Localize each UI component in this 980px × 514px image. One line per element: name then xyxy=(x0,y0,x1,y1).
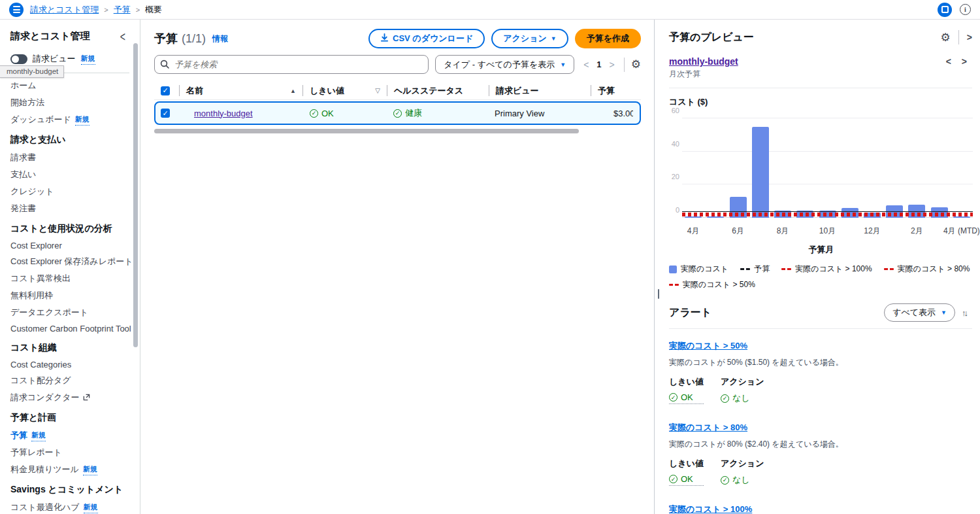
new-badge[interactable]: 新規 xyxy=(31,430,46,441)
sidebar-item-Cost Explorer[interactable]: Cost Explorer xyxy=(0,238,140,253)
sidebar-scrollbar[interactable] xyxy=(133,43,138,347)
sidebar-item-label: 料金見積りツール xyxy=(10,464,79,475)
sidebar-item-データエクスポート[interactable]: データエクスポート xyxy=(0,304,140,321)
info-icon[interactable]: i xyxy=(960,4,971,15)
panel-settings-gear-icon[interactable]: ⚙ xyxy=(941,32,951,43)
sidebar-item-発注書[interactable]: 発注書 xyxy=(0,200,140,217)
alert-link[interactable]: 実際のコスト > 50% xyxy=(669,340,747,352)
legend-item[interactable]: 実際のコスト xyxy=(669,264,728,275)
actions-button[interactable]: アクション▼ xyxy=(491,29,568,48)
column-header-billing-view[interactable]: 請求ビュー xyxy=(496,85,539,97)
sidebar-item-label: クレジット xyxy=(10,186,54,197)
x-tick-label: 6月 xyxy=(732,226,744,237)
legend-item[interactable]: 実際のコスト > 100% xyxy=(781,264,872,275)
chevron-down-icon: ▼ xyxy=(941,309,947,316)
legend-label: 予算 xyxy=(754,264,770,275)
sidebar-item-無料利用枠[interactable]: 無料利用枠 xyxy=(0,287,140,304)
sidebar-item-開始方法[interactable]: 開始方法 xyxy=(0,94,140,111)
csv-download-button[interactable]: CSV のダウンロード xyxy=(368,29,485,48)
new-badge[interactable]: 新規 xyxy=(75,114,90,126)
page-number[interactable]: 1 xyxy=(596,60,601,69)
threshold-status[interactable]: ✓OK xyxy=(669,392,704,404)
sidebar-item-コスト異常検出[interactable]: コスト異常検出 xyxy=(0,270,140,287)
new-badge[interactable]: 新規 xyxy=(83,464,97,475)
sidebar-item-クレジット[interactable]: クレジット xyxy=(0,183,140,200)
action-label: アクション xyxy=(721,458,764,470)
sidebar-item-予算[interactable]: 予算新規 xyxy=(0,427,140,444)
legend-swatch-dash xyxy=(669,284,679,286)
next-page-icon[interactable]: > xyxy=(610,60,615,70)
check-circle-icon: ✓ xyxy=(669,393,678,402)
panel-resize-handle[interactable] xyxy=(658,289,659,299)
table-settings-gear-icon[interactable]: ⚙ xyxy=(631,59,641,70)
sidebar-item-label: 発注書 xyxy=(10,203,36,214)
sidebar-item-コスト配分タグ[interactable]: コスト配分タグ xyxy=(0,372,140,389)
previous-budget-icon[interactable]: < xyxy=(946,56,951,67)
chart-bar-4月 (MTD)[interactable] xyxy=(953,216,970,218)
budget-name-link[interactable]: monthly-budget xyxy=(669,56,738,67)
split-panel-toggle-icon[interactable] xyxy=(938,3,952,17)
sidebar-item-コスト最適化ハブ[interactable]: コスト最適化ハブ新規 xyxy=(0,499,140,514)
sidebar-item-Customer Carbon Footprint Tool[interactable]: Customer Carbon Footprint Tool xyxy=(0,321,140,336)
panel-close-chevron-icon[interactable]: > xyxy=(967,32,972,43)
sidebar-item-ホーム[interactable]: ホーム xyxy=(0,77,140,94)
new-badge[interactable]: 新規 xyxy=(84,502,98,513)
sidebar-item-Cost Categories[interactable]: Cost Categories xyxy=(0,357,140,372)
select-all-checkbox[interactable]: ✓ xyxy=(161,86,170,95)
budget-name-link[interactable]: monthly-budget xyxy=(194,109,253,118)
divider xyxy=(669,328,972,329)
horizontal-scrollbar[interactable] xyxy=(154,129,579,133)
breadcrumb-separator: > xyxy=(136,6,140,14)
sidebar-item-請求書[interactable]: 請求書 xyxy=(0,149,140,166)
sidebar-item-請求コンダクター[interactable]: 請求コンダクター xyxy=(0,389,140,406)
billing-view-toggle-label: 請求ビュー xyxy=(33,53,76,65)
sidebar-item-label: 請求と支払い xyxy=(10,134,66,146)
chart-bar-4月[interactable] xyxy=(685,216,702,218)
create-budget-button[interactable]: 予算を作成 xyxy=(575,29,641,48)
alert-link[interactable]: 実際のコスト > 100% xyxy=(669,504,752,514)
threshold-line-実際のコスト > 100% xyxy=(682,213,973,214)
sidebar-item-予算レポート[interactable]: 予算レポート xyxy=(0,444,140,461)
search-input[interactable] xyxy=(154,55,429,74)
legend-item[interactable]: 実際のコスト > 50% xyxy=(669,279,755,290)
billing-view-toggle[interactable] xyxy=(10,54,27,64)
chart-bar-7月[interactable] xyxy=(752,127,769,218)
alert-link[interactable]: 実際のコスト > 80% xyxy=(669,422,747,434)
threshold-label: しきい値 xyxy=(669,376,704,388)
threshold-status[interactable]: ✓OK xyxy=(669,474,704,486)
sidebar-section-header: コスト組織 xyxy=(0,336,140,357)
table-row[interactable]: ✓ monthly-budget ✓OK ✓健康 Primary View $3… xyxy=(154,101,641,125)
alerts-filter-select[interactable]: すべて表示▼ xyxy=(884,303,955,322)
info-link[interactable]: 情報 xyxy=(212,33,228,44)
column-header-budget[interactable]: 予算 xyxy=(598,85,615,97)
check-circle-icon: ✓ xyxy=(310,109,318,118)
budget-line xyxy=(682,211,973,213)
sort-ascending-icon[interactable]: ▲ xyxy=(290,88,296,94)
new-badge[interactable]: 新規 xyxy=(81,54,95,65)
chart-bar-5月[interactable] xyxy=(707,216,724,218)
sidebar-item-支払い[interactable]: 支払い xyxy=(0,166,140,183)
breadcrumb-link-billing[interactable]: 請求とコスト管理 xyxy=(30,4,99,16)
sidebar-item-label: ダッシュボード xyxy=(10,114,71,126)
sidebar-section-header: 請求と支払い xyxy=(0,128,140,149)
prev-page-icon[interactable]: < xyxy=(583,60,589,70)
hamburger-menu-icon[interactable] xyxy=(9,3,24,17)
column-header-threshold[interactable]: しきい値 xyxy=(310,85,344,97)
threshold-label: しきい値 xyxy=(669,458,704,470)
sidebar-item-label: コスト組織 xyxy=(10,342,57,354)
sidebar-item-ダッシュボード[interactable]: ダッシュボード新規 xyxy=(0,111,140,128)
sidebar-item-料金見積りツール[interactable]: 料金見積りツール新規 xyxy=(0,461,140,478)
sort-order-icon[interactable]: ↑↓ xyxy=(962,308,968,318)
legend-item[interactable]: 実際のコスト > 80% xyxy=(884,264,970,275)
sidebar-collapse-icon[interactable]: < xyxy=(120,29,125,43)
sidebar-section-header: Savings とコミットメント xyxy=(0,478,140,499)
column-header-health[interactable]: ヘルスステータス xyxy=(394,85,463,97)
sort-descending-icon[interactable]: ▽ xyxy=(375,87,380,94)
next-budget-icon[interactable]: > xyxy=(962,56,967,67)
sidebar-item-Cost Explorer 保存済みレポート[interactable]: Cost Explorer 保存済みレポート xyxy=(0,253,140,270)
legend-item[interactable]: 予算 xyxy=(740,264,770,275)
type-filter-select[interactable]: タイプ - すべての予算を表示▼ xyxy=(435,55,574,74)
row-checkbox[interactable]: ✓ xyxy=(161,109,170,118)
column-header-name[interactable]: 名前 xyxy=(186,85,203,97)
breadcrumb-link-budgets[interactable]: 予算 xyxy=(114,4,131,16)
